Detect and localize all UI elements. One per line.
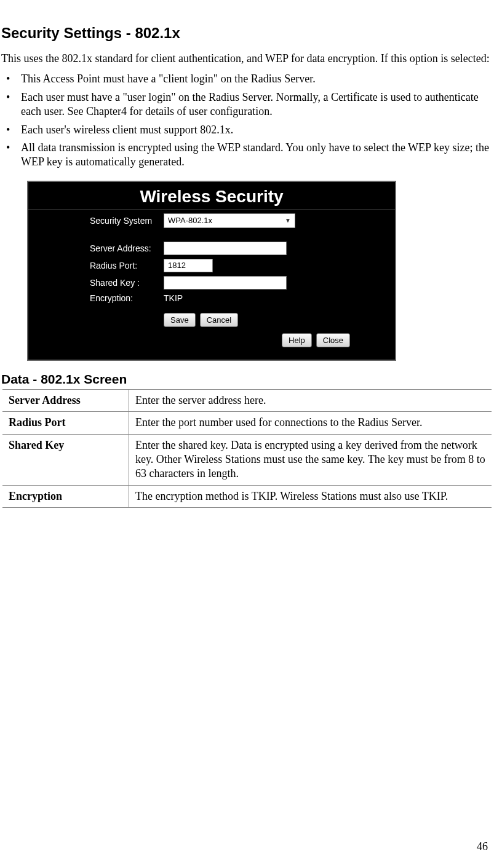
table-cell-name: Radius Port [2, 412, 129, 434]
close-button[interactable]: Close [316, 333, 350, 347]
page-heading: Security Settings - 802.1x [1, 25, 494, 42]
cancel-button[interactable]: Cancel [200, 313, 238, 327]
bullet-item: This Access Point must have a "client lo… [18, 72, 494, 86]
table-row: Encryption The encryption method is TKIP… [2, 485, 492, 507]
data-table: Server Address Enter the server address … [2, 389, 492, 508]
wireless-security-panel: Wireless Security Security System WPA-80… [27, 181, 396, 361]
server-address-input[interactable] [164, 242, 287, 255]
table-cell-desc: Enter the server address here. [129, 389, 492, 411]
bullet-item: All data transmission is encrypted using… [18, 141, 494, 170]
table-cell-name: Shared Key [2, 434, 129, 485]
radius-port-label: Radius Port: [90, 261, 164, 270]
shared-key-input[interactable] [164, 276, 287, 290]
encryption-value: TKIP [164, 293, 183, 303]
chevron-down-icon: ▼ [285, 217, 291, 224]
table-cell-desc: Enter the shared key. Data is encrypted … [129, 434, 492, 485]
table-row: Radius Port Enter the port number used f… [2, 412, 492, 434]
help-button[interactable]: Help [282, 333, 312, 347]
table-row: Server Address Enter the server address … [2, 389, 492, 411]
shared-key-label: Shared Key : [90, 278, 164, 288]
page-number: 46 [477, 840, 488, 853]
security-system-value: WPA-802.1x [168, 216, 212, 225]
bullet-item: Each user's wireless client must support… [18, 123, 494, 137]
security-system-select[interactable]: WPA-802.1x ▼ [164, 213, 295, 228]
encryption-label: Encryption: [90, 293, 164, 303]
security-system-label: Security System [90, 216, 164, 226]
intro-paragraph: This uses the 802.1x standard for client… [1, 52, 494, 66]
table-row: Shared Key Enter the shared key. Data is… [2, 434, 492, 485]
server-address-label: Server Address: [90, 243, 164, 253]
save-button[interactable]: Save [164, 313, 196, 327]
table-cell-name: Server Address [2, 389, 129, 411]
table-cell-desc: The encryption method is TKIP. Wireless … [129, 485, 492, 507]
bullet-item: Each user must have a "user login" on th… [18, 90, 494, 119]
panel-title: Wireless Security [28, 182, 395, 210]
table-cell-desc: Enter the port number used for connectio… [129, 412, 492, 434]
radius-port-input[interactable]: 1812 [164, 259, 213, 272]
table-cell-name: Encryption [2, 485, 129, 507]
bullet-list: This Access Point must have a "client lo… [1, 72, 494, 169]
table-heading: Data - 802.1x Screen [1, 372, 494, 387]
